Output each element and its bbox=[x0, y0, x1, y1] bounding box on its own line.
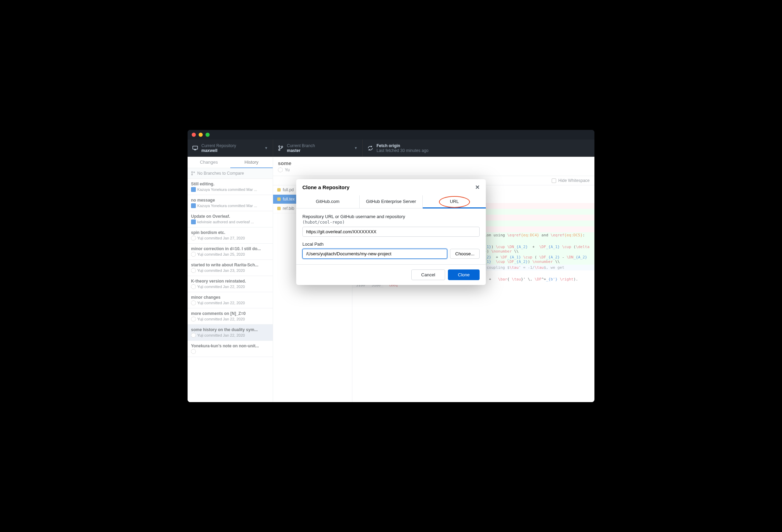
fetch-status: Last fetched 30 minutes ago bbox=[377, 148, 429, 153]
commit-item-meta bbox=[191, 349, 269, 354]
commit-item[interactable]: more comments on [N]_Z=0Yuji committed J… bbox=[188, 308, 273, 325]
commit-item[interactable]: K-theory version reinstated.Yuji committ… bbox=[188, 276, 273, 292]
file-modified-icon bbox=[277, 188, 281, 192]
commit-item[interactable]: started to write about Rarita-Sch...Yuji… bbox=[188, 260, 273, 276]
svg-point-2 bbox=[279, 146, 280, 147]
branch-icon bbox=[278, 145, 283, 151]
tab-github-enterprise[interactable]: GitHub Enterprise Server bbox=[360, 195, 423, 208]
commit-item-title: Yonekura-kun's note on non-unit... bbox=[191, 344, 269, 348]
commit-item[interactable]: minor correction in d=10. I still do...Y… bbox=[188, 244, 273, 260]
commit-item-title: Still editing. bbox=[191, 182, 269, 186]
repo-name: maxwell bbox=[201, 148, 236, 153]
avatar-icon bbox=[191, 300, 196, 305]
branch-label: Current Branch bbox=[287, 143, 315, 148]
svg-point-6 bbox=[192, 174, 193, 175]
commit-item-meta: Yuji committed Jan 27, 2020 bbox=[191, 236, 269, 241]
svg-point-5 bbox=[192, 172, 193, 173]
commit-item-meta: Kazuya Yonekura committed Mar ... bbox=[191, 187, 269, 192]
minimize-window-button[interactable] bbox=[199, 133, 203, 137]
url-field-label: Repository URL or GitHub username and re… bbox=[302, 214, 480, 219]
commit-item[interactable]: Update on Overleaf.kelvinsie authored an… bbox=[188, 211, 273, 227]
avatar-icon bbox=[191, 268, 196, 273]
clone-button[interactable]: Clone bbox=[448, 269, 480, 280]
avatar-icon bbox=[278, 167, 283, 172]
fetch-origin-button[interactable]: Fetch origin Last fetched 30 minutes ago bbox=[363, 140, 594, 156]
commit-item[interactable]: spin bordism etc.Yuji committed Jan 27, … bbox=[188, 227, 273, 244]
avatar-icon bbox=[191, 284, 196, 289]
file-modified-icon bbox=[277, 207, 281, 210]
commit-item[interactable]: Yonekura-kun's note on non-unit... bbox=[188, 341, 273, 357]
hide-whitespace-checkbox[interactable] bbox=[552, 178, 556, 183]
avatar-icon bbox=[191, 203, 196, 208]
chevron-down-icon: ▼ bbox=[354, 146, 358, 150]
sidebar-tabs: Changes History bbox=[188, 157, 273, 168]
commit-item[interactable]: no messageKazuya Yonekura committed Mar … bbox=[188, 195, 273, 211]
commit-item-title: no message bbox=[191, 198, 269, 203]
traffic-lights bbox=[192, 133, 210, 137]
commit-item[interactable]: Still editing.Kazuya Yonekura committed … bbox=[188, 179, 273, 195]
cancel-button[interactable]: Cancel bbox=[411, 269, 445, 280]
tab-changes[interactable]: Changes bbox=[188, 157, 230, 168]
choose-path-button[interactable]: Choose... bbox=[450, 249, 480, 259]
repository-url-input[interactable] bbox=[302, 227, 480, 237]
avatar-icon bbox=[191, 333, 196, 338]
app-window: Current Repository maxwell ▼ Current Bra… bbox=[188, 130, 594, 402]
commit-item-meta: Yuji committed Jan 22, 2020 bbox=[191, 300, 269, 305]
modal-title: Clone a Repository bbox=[302, 184, 350, 190]
toolbar: Current Repository maxwell ▼ Current Bra… bbox=[188, 140, 594, 157]
tab-url[interactable]: URL bbox=[423, 195, 486, 208]
svg-point-3 bbox=[279, 149, 280, 151]
commit-list[interactable]: Still editing.Kazuya Yonekura committed … bbox=[188, 179, 273, 402]
commit-item-meta: Yuji committed Jan 23, 2020 bbox=[191, 268, 269, 273]
avatar-icon bbox=[191, 187, 196, 192]
close-icon[interactable]: ✕ bbox=[475, 184, 480, 191]
avatar-icon bbox=[191, 349, 196, 354]
computer-icon bbox=[192, 145, 198, 151]
branch-icon bbox=[191, 171, 195, 175]
commit-item-title: some history on the duality sym... bbox=[191, 327, 269, 332]
tab-github-com[interactable]: GitHub.com bbox=[296, 195, 360, 208]
svg-point-7 bbox=[194, 172, 195, 173]
commit-item-title: minor correction in d=10. I still do... bbox=[191, 246, 269, 251]
commit-title: some bbox=[278, 160, 590, 166]
clone-repository-modal: Clone a Repository ✕ GitHub.com GitHub E… bbox=[296, 179, 486, 285]
commit-item-title: started to write about Rarita-Sch... bbox=[191, 263, 269, 267]
avatar-icon bbox=[191, 219, 196, 224]
local-path-label: Local Path bbox=[302, 242, 480, 247]
hide-whitespace-label: Hide Whitespace bbox=[558, 178, 590, 183]
commit-item-title: Update on Overleaf. bbox=[191, 214, 269, 219]
commit-author: Yu bbox=[285, 167, 290, 172]
commit-item[interactable]: minor changesYuji committed Jan 22, 2020 bbox=[188, 292, 273, 308]
commit-item-title: more comments on [N]_Z=0 bbox=[191, 311, 269, 316]
sync-icon bbox=[368, 145, 373, 151]
chevron-down-icon: ▼ bbox=[264, 146, 268, 150]
modal-tabs: GitHub.com GitHub Enterprise Server URL bbox=[296, 195, 486, 208]
svg-point-4 bbox=[281, 146, 283, 147]
avatar-icon bbox=[191, 252, 196, 257]
branch-compare-selector[interactable]: No Branches to Compare bbox=[188, 168, 273, 179]
local-path-input[interactable] bbox=[302, 249, 447, 259]
close-window-button[interactable] bbox=[192, 133, 196, 137]
commit-item-meta: kelvinsie authored and overleaf ... bbox=[191, 219, 269, 224]
commit-item-meta: Yuji committed Jan 22, 2020 bbox=[191, 317, 269, 321]
avatar-icon bbox=[191, 236, 196, 241]
repo-label: Current Repository bbox=[201, 143, 236, 148]
sidebar: Changes History No Branches to Compare S… bbox=[188, 157, 273, 402]
tab-history[interactable]: History bbox=[230, 157, 273, 168]
svg-rect-0 bbox=[193, 146, 198, 149]
commit-item[interactable]: some history on the duality sym...Yuji c… bbox=[188, 325, 273, 341]
fetch-label: Fetch origin bbox=[377, 143, 429, 148]
url-field-hint: (hubot/cool-repo) bbox=[302, 220, 480, 225]
maximize-window-button[interactable] bbox=[205, 133, 210, 137]
commit-item-title: minor changes bbox=[191, 295, 269, 300]
svg-rect-1 bbox=[194, 150, 196, 150]
current-repository-dropdown[interactable]: Current Repository maxwell ▼ bbox=[188, 140, 273, 156]
commit-item-title: spin bordism etc. bbox=[191, 230, 269, 235]
current-branch-dropdown[interactable]: Current Branch master ▼ bbox=[273, 140, 363, 156]
branch-name: master bbox=[287, 148, 315, 153]
titlebar bbox=[188, 130, 594, 140]
commit-item-meta: Yuji committed Jan 22, 2020 bbox=[191, 284, 269, 289]
avatar-icon bbox=[191, 317, 196, 321]
commit-item-meta: Yuji committed Jan 22, 2020 bbox=[191, 333, 269, 338]
commit-item-title: K-theory version reinstated. bbox=[191, 279, 269, 284]
